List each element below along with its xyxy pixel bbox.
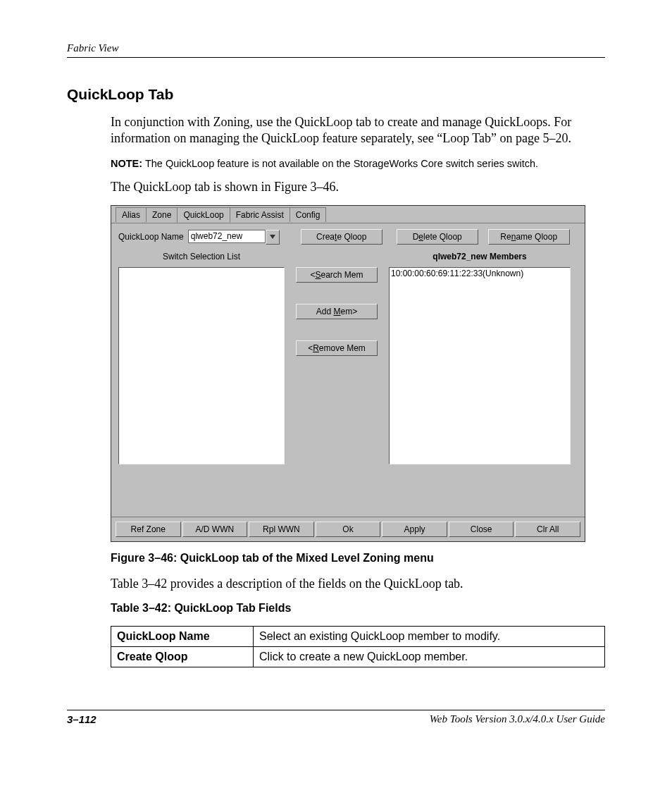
tab-quickloop[interactable]: QuickLoop (177, 207, 230, 223)
table-row: Create Qloop Click to create a new Quick… (111, 647, 605, 667)
quickloop-name-combo[interactable] (188, 230, 280, 245)
apply-button[interactable]: Apply (382, 522, 447, 537)
member-item[interactable]: 10:00:00:60:69:11:22:33(Unknown) (391, 269, 568, 278)
quickloop-name-input[interactable] (188, 230, 266, 243)
quickloop-name-dropdown-button[interactable] (266, 230, 280, 245)
page-footer: 3–112 Web Tools Version 3.0.x/4.0.x User… (67, 710, 605, 725)
field-name-cell: Create Qloop (111, 647, 254, 667)
table-caption: Table 3–42: QuickLoop Tab Fields (111, 602, 605, 615)
note-label: NOTE: (111, 158, 142, 169)
guide-title: Web Tools Version 3.0.x/4.0.x User Guide (430, 713, 605, 725)
name-toolbar-row: QuickLoop Name Create Qloop Delete Qloop… (111, 223, 585, 250)
table-ref-paragraph: Table 3–42 provides a description of the… (111, 576, 605, 592)
rename-qloop-button[interactable]: Rename Qloop (488, 229, 570, 245)
rpl-wwn-button[interactable]: Rpl WWN (249, 522, 314, 537)
tab-fabric-assist[interactable]: Fabric Assist (230, 207, 290, 222)
ok-button[interactable]: Ok (316, 522, 381, 537)
tab-config[interactable]: Config (290, 207, 327, 222)
ad-wwn-button[interactable]: A/D WWN (182, 522, 248, 537)
tab-alias[interactable]: Alias (116, 207, 147, 222)
field-name-cell: QuickLoop Name (111, 627, 254, 647)
add-mem-button[interactable]: Add Mem> (296, 304, 378, 319)
table-row: QuickLoop Name Select an existing QuickL… (111, 627, 605, 647)
svg-marker-0 (270, 235, 275, 239)
field-desc-cell: Click to create a new QuickLoop member. (254, 647, 605, 667)
members-header: qlweb72_new Members (389, 250, 571, 263)
field-description-table: QuickLoop Name Select an existing QuickL… (111, 626, 605, 667)
intro-paragraph: In conjunction with Zoning, use the Quic… (111, 114, 605, 147)
ref-zone-button[interactable]: Ref Zone (116, 522, 181, 537)
tab-strip: AliasZoneQuickLoopFabric AssistConfig (111, 206, 585, 223)
chevron-down-icon (270, 235, 275, 239)
switch-selection-list[interactable] (118, 267, 285, 464)
create-qloop-button[interactable]: Create Qloop (301, 229, 382, 245)
remove-mem-button[interactable]: <Remove Mem (296, 340, 378, 356)
quickloop-window: AliasZoneQuickLoopFabric AssistConfig Qu… (111, 205, 585, 542)
field-desc-cell: Select an existing QuickLoop member to m… (254, 627, 605, 647)
search-mem-button[interactable]: <Search Mem (296, 267, 378, 283)
page-number: 3–112 (67, 713, 97, 725)
tab-zone[interactable]: Zone (146, 207, 178, 222)
close-button[interactable]: Close (449, 522, 514, 537)
transfer-buttons-column: <Search Mem Add Mem> <Remove Mem (285, 250, 389, 464)
clr-all-button[interactable]: Clr All (515, 522, 580, 537)
running-header: Fabric View (67, 42, 605, 58)
quickloop-name-label: QuickLoop Name (118, 232, 184, 242)
figure-caption: Figure 3–46: QuickLoop tab of the Mixed … (111, 552, 605, 565)
delete-qloop-button[interactable]: Delete Qloop (397, 229, 478, 245)
figure-ref-paragraph: The QuickLoop tab is shown in Figure 3–4… (111, 179, 605, 195)
bottom-button-bar: Ref Zone A/D WWN Rpl WWN Ok Apply Close … (111, 517, 585, 541)
switch-selection-header: Switch Selection List (118, 250, 285, 263)
list-panes-row: Switch Selection List <Search Mem Add Me… (111, 250, 585, 464)
section-title: QuickLoop Tab (67, 86, 605, 103)
note-paragraph: NOTE: The QuickLoop feature is not avail… (111, 157, 605, 171)
members-list[interactable]: 10:00:00:60:69:11:22:33(Unknown) (389, 267, 571, 464)
note-body: The QuickLoop feature is not available o… (142, 158, 538, 169)
